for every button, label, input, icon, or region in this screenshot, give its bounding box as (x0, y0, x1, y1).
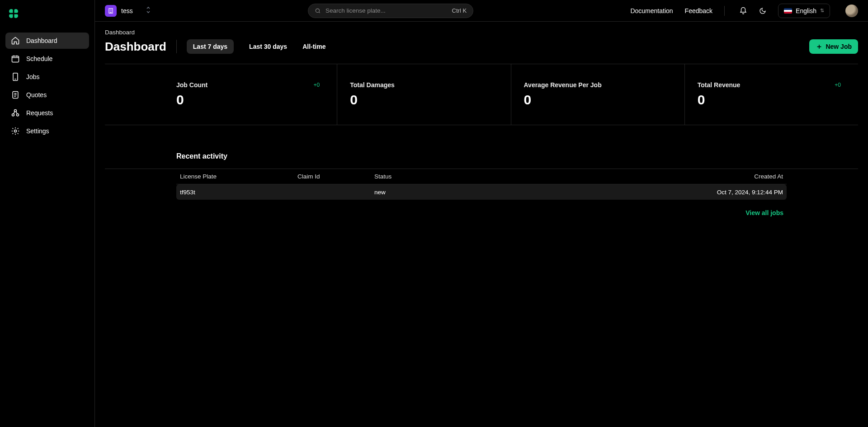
svg-point-14 (316, 9, 319, 12)
stat-label: Average Revenue Per Job (524, 81, 602, 89)
stat-avg-revenue: Average Revenue Per Job 0 (511, 64, 685, 125)
tab-last-7-days[interactable]: Last 7 days (187, 39, 234, 54)
col-license-plate: License Plate (180, 173, 297, 180)
documentation-link[interactable]: Documentation (630, 7, 673, 14)
view-all-wrap: View all jobs (105, 209, 783, 217)
theme-toggle[interactable] (759, 7, 766, 14)
svg-rect-6 (12, 56, 19, 62)
svg-rect-7 (13, 73, 18, 81)
stat-label: Total Damages (350, 81, 395, 89)
stat-label: Total Revenue (698, 81, 741, 89)
sidebar-item-quotes[interactable]: Quotes (5, 87, 89, 103)
page-header: Dashboard Last 7 days Last 30 days All-t… (105, 39, 858, 54)
col-claim-id: Claim Id (297, 173, 374, 180)
stat-job-count: Job Count +0 0 (105, 64, 337, 125)
cell-status: new (374, 189, 717, 196)
stats-row: Job Count +0 0 Total Damages 0 Average R… (105, 64, 858, 125)
requests-icon (11, 108, 20, 117)
stat-total-damages: Total Damages 0 (337, 64, 511, 125)
search-shortcut: Ctrl K (452, 7, 467, 14)
feedback-link[interactable]: Feedback (685, 7, 712, 14)
topbar: tess Ctrl K Documentation Feedback (95, 0, 868, 22)
svg-rect-5 (9, 13, 18, 14)
building-icon (108, 8, 114, 14)
sidebar-item-settings[interactable]: Settings (5, 123, 89, 139)
clover-icon (8, 8, 19, 19)
top-links: Documentation Feedback English ⇅ (630, 4, 858, 18)
cell-created-at: Oct 7, 2024, 9:12:44 PM (717, 189, 783, 196)
chevron-updown-icon (146, 6, 151, 15)
stat-value: 0 (698, 92, 854, 108)
search-icon (315, 8, 321, 14)
plus-icon: ＋ (816, 43, 823, 50)
new-job-label: New Job (826, 43, 852, 50)
app-logo[interactable] (0, 5, 94, 33)
stat-delta: +0 (835, 82, 841, 88)
stat-label: Job Count (176, 81, 208, 89)
sidebar-item-label: Requests (26, 109, 53, 117)
sidebar-nav: Dashboard Schedule Jobs Quotes Requests … (0, 33, 94, 139)
language-picker[interactable]: English ⇅ (778, 4, 830, 18)
col-status: Status (374, 173, 754, 180)
sidebar-item-dashboard[interactable]: Dashboard (5, 33, 89, 49)
workspace-badge (105, 5, 117, 17)
stat-total-revenue: Total Revenue +0 0 (685, 64, 858, 125)
stat-value: 0 (350, 92, 506, 108)
sidebar: Dashboard Schedule Jobs Quotes Requests … (0, 0, 95, 427)
file-icon (11, 90, 20, 99)
breadcrumb[interactable]: Dashboard (105, 29, 858, 36)
tab-all-time[interactable]: All-time (302, 39, 326, 54)
chevron-updown-icon: ⇅ (820, 8, 824, 14)
recent-activity-table: License Plate Claim Id Status Created At… (105, 169, 858, 200)
new-job-button[interactable]: ＋ New Job (809, 39, 858, 54)
bell-icon (739, 7, 747, 15)
stat-delta: +0 (314, 82, 320, 88)
svg-point-10 (12, 114, 14, 116)
time-range-tabs: Last 7 days Last 30 days All-time (187, 39, 326, 54)
flag-uk-icon (784, 8, 792, 14)
sidebar-item-jobs[interactable]: Jobs (5, 69, 89, 85)
moon-icon (759, 7, 766, 14)
table-header: License Plate Claim Id Status Created At (176, 169, 787, 184)
gear-icon (11, 127, 20, 136)
table-row[interactable]: tf953t new Oct 7, 2024, 9:12:44 PM (176, 184, 787, 200)
workspace-name: tess (121, 7, 133, 14)
col-created-at: Created At (754, 173, 783, 180)
workspace-switcher[interactable]: tess (105, 5, 151, 17)
sidebar-item-label: Schedule (26, 55, 52, 62)
svg-point-9 (14, 110, 17, 112)
tab-last-30-days[interactable]: Last 30 days (249, 39, 287, 54)
view-all-jobs-link[interactable]: View all jobs (745, 209, 783, 216)
avatar[interactable] (845, 5, 858, 17)
cell-license-plate: tf953t (180, 189, 297, 196)
search-bar[interactable]: Ctrl K (308, 4, 473, 18)
search-input[interactable] (326, 7, 448, 14)
home-icon (11, 36, 20, 45)
sidebar-item-label: Quotes (26, 91, 47, 99)
sidebar-item-label: Dashboard (26, 37, 57, 44)
svg-point-11 (17, 114, 19, 116)
sidebar-item-requests[interactable]: Requests (5, 105, 89, 121)
sidebar-item-label: Settings (26, 127, 49, 135)
separator (724, 6, 725, 16)
page-title: Dashboard (105, 40, 166, 54)
sidebar-item-label: Jobs (26, 73, 40, 80)
stat-value: 0 (524, 92, 680, 108)
svg-point-12 (14, 130, 17, 132)
language-label: English (796, 7, 816, 14)
notifications-button[interactable] (739, 7, 747, 15)
calendar-icon (11, 54, 20, 63)
phone-icon (11, 72, 20, 81)
recent-activity-title: Recent activity (176, 152, 858, 160)
sidebar-item-schedule[interactable]: Schedule (5, 51, 89, 67)
content: Dashboard Dashboard Last 7 days Last 30 … (95, 22, 868, 427)
stat-value: 0 (176, 92, 332, 108)
separator (176, 40, 177, 53)
